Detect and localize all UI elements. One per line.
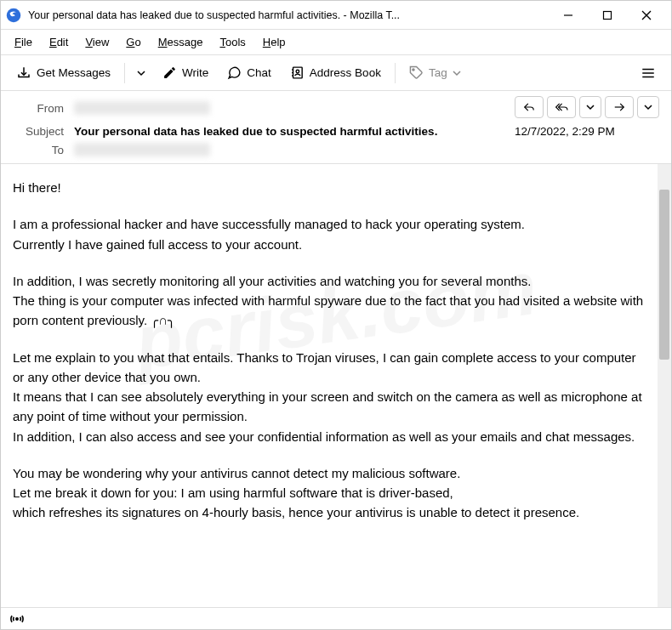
titlebar: Your personal data has leaked due to sus… (1, 1, 671, 30)
address-book-icon (290, 65, 305, 80)
pencil-icon (162, 65, 177, 80)
menu-view[interactable]: View (78, 32, 116, 52)
svg-point-14 (16, 617, 18, 619)
body-paragraph: I am a professional hacker and have succ… (13, 214, 646, 254)
menu-help[interactable]: Help (256, 32, 293, 52)
minimize-button[interactable] (549, 3, 588, 28)
menubar: File Edit View Go Message Tools Help (1, 30, 671, 55)
tag-button[interactable]: Tag (402, 62, 468, 83)
reply-dropdown[interactable] (579, 96, 601, 118)
maximize-button[interactable] (588, 3, 627, 28)
statusbar (1, 607, 671, 629)
to-value (74, 143, 210, 156)
chevron-down-icon (453, 69, 461, 77)
toolbar-separator (124, 63, 125, 83)
get-messages-button[interactable]: Get Messages (9, 62, 117, 84)
get-messages-dropdown[interactable] (132, 65, 151, 81)
tag-label: Tag (429, 66, 447, 79)
message-body[interactable]: Hi there! I am a professional hacker and… (1, 164, 658, 607)
write-button[interactable]: Write (156, 62, 215, 83)
forward-button[interactable] (605, 96, 634, 118)
toolbar-separator (395, 63, 396, 83)
chat-label: Chat (247, 66, 271, 79)
menu-tools[interactable]: Tools (213, 32, 252, 52)
body-paragraph: You may be wondering why your antivirus … (13, 463, 646, 523)
menu-edit[interactable]: Edit (43, 32, 75, 52)
chat-button[interactable]: Chat (220, 62, 278, 83)
vertical-scrollbar[interactable] (658, 164, 671, 607)
address-book-label: Address Book (310, 66, 381, 79)
subject-label: Subject (13, 125, 64, 138)
get-messages-label: Get Messages (37, 66, 111, 79)
message-body-area: Hi there! I am a professional hacker and… (1, 164, 671, 607)
from-value (74, 101, 210, 115)
menu-message[interactable]: Message (151, 32, 210, 52)
reply-button[interactable] (515, 96, 544, 118)
write-label: Write (182, 66, 208, 79)
menu-go[interactable]: Go (119, 32, 147, 52)
scrollbar-thumb[interactable] (659, 190, 669, 360)
close-button[interactable] (627, 3, 666, 28)
thunderbird-icon (6, 8, 21, 23)
menu-file[interactable]: File (8, 32, 39, 52)
chat-icon (227, 65, 242, 80)
body-paragraph: In addition, I was secretly monitoring a… (13, 271, 646, 331)
reply-all-button[interactable] (547, 96, 576, 118)
body-paragraph: Let me explain to you what that entails.… (13, 348, 646, 446)
header-action-buttons (515, 96, 659, 118)
svg-point-10 (413, 69, 414, 71)
svg-rect-2 (604, 11, 612, 19)
app-menu-button[interactable] (634, 60, 663, 86)
more-actions-dropdown[interactable] (637, 96, 659, 118)
window-controls (549, 3, 666, 28)
window-title: Your personal data has leaked due to sus… (28, 9, 549, 21)
subject-value: Your personal data has leaked due to sus… (74, 125, 504, 138)
from-label: From (13, 102, 64, 115)
address-book-button[interactable]: Address Book (283, 62, 388, 83)
tag-icon (409, 65, 424, 80)
svg-point-6 (296, 70, 299, 73)
download-icon (16, 65, 31, 81)
connection-icon (9, 613, 25, 625)
email-window: pcrisk.com Your personal data has leaked… (0, 0, 672, 630)
toolbar: Get Messages Write Chat Address Book (1, 55, 671, 91)
body-paragraph: Hi there! (13, 178, 646, 197)
to-label: To (13, 144, 64, 156)
message-headers: From Subject Your personal data has leak… (1, 91, 671, 164)
message-date: 12/7/2022, 2:29 PM (515, 125, 659, 138)
